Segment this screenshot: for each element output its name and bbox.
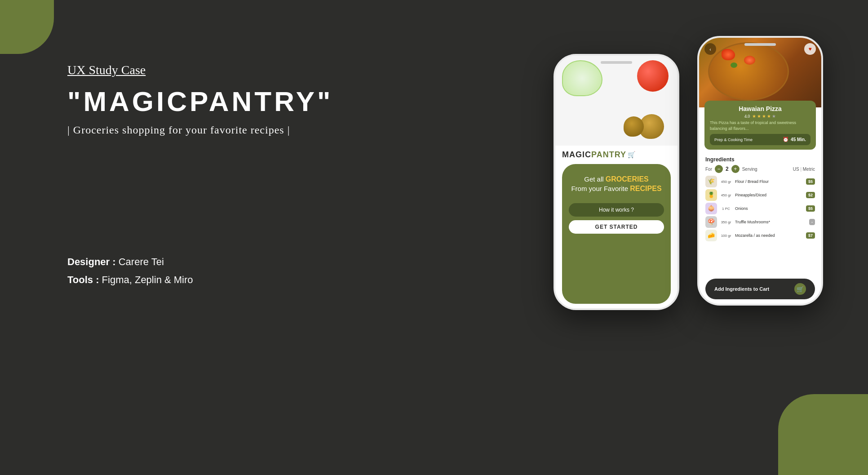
- rating-row: 4.0 ★ ★ ★ ★ ★: [710, 114, 810, 119]
- unit-divider: |: [800, 167, 802, 172]
- prep-cooking-label: Prep & Cooking Time: [714, 138, 753, 142]
- from-text: From your Favorite RECIPES: [569, 185, 664, 193]
- phones-section: MAGICPANTRY 🛒 Get all GROCERIES From you…: [554, 36, 823, 310]
- pizza-image-area: ‹ ♥: [699, 38, 821, 107]
- serving-minus-button[interactable]: −: [715, 165, 723, 173]
- tools-label: Tools :: [67, 274, 99, 285]
- star-4: ★: [767, 114, 771, 119]
- get-started-button[interactable]: GET STARTED: [569, 220, 664, 234]
- mushroom-icon: 🍄: [705, 216, 717, 228]
- flour-icon: 🌾: [705, 176, 717, 187]
- ingredients-title: Ingredients: [705, 156, 815, 163]
- recipe-info-card: Hawaian Pizza 4.0 ★ ★ ★ ★ ★ This Pizza h…: [704, 101, 816, 150]
- tools-name: Figma, Zeplin & Miro: [102, 274, 193, 285]
- unit-us: US: [793, 167, 799, 172]
- phone1-green-section: Get all GROCERIES From your Favorite REC…: [562, 164, 671, 304]
- corner-decoration-br: [778, 394, 868, 475]
- phone1-header-image: [555, 56, 678, 146]
- back-button[interactable]: ‹: [704, 43, 716, 55]
- pineapple-qty: 450 gr: [719, 193, 733, 197]
- ingredient-row-onion: 🧅 1 PC Onions $5: [705, 203, 815, 214]
- favorite-button[interactable]: ♥: [804, 43, 816, 55]
- phone2-frame: ‹ ♥ Hawaian Pizza 4.0 ★ ★ ★ ★ ★ This Piz…: [697, 36, 823, 306]
- flour-qty: 450 gr: [719, 180, 733, 184]
- cart-button-icon: 🛒: [794, 283, 806, 295]
- cooking-time-row: Prep & Cooking Time ⏰ 45 Min.: [710, 134, 810, 145]
- onion-icon: 🧅: [705, 203, 717, 214]
- serving-number: 2: [726, 166, 729, 172]
- star-3: ★: [762, 114, 766, 119]
- pizza-base: [708, 42, 789, 101]
- logo-text: MAGICPANTRY: [562, 150, 626, 160]
- cheese-icon: 🧀: [705, 230, 717, 241]
- ingredients-section: Ingredients For − 2 + Serving US | Metri…: [699, 156, 821, 276]
- phone1-content: MAGICPANTRY 🛒 Get all GROCERIES From you…: [555, 56, 678, 308]
- flour-name: Flour / Bread Flour: [735, 179, 804, 184]
- recipe-description: This Pizza has a taste of tropical and s…: [710, 120, 810, 131]
- flour-price: $5: [806, 178, 815, 185]
- designer-label: Designer :: [67, 256, 116, 267]
- unit-metric: Metric: [803, 167, 815, 172]
- groceries-text: GROCERIES: [606, 175, 649, 183]
- onion-price: $5: [806, 205, 815, 212]
- cheese-name: Mozarella / as needed: [735, 233, 804, 238]
- app-title: "MAGICPANTRY": [67, 86, 328, 117]
- for-label: For: [705, 167, 712, 172]
- logo-area: MAGICPANTRY 🛒: [555, 146, 678, 162]
- mushroom-name: Truffle Mushrooms*: [735, 220, 807, 224]
- phone1-frame: MAGICPANTRY 🛒 Get all GROCERIES From you…: [554, 54, 679, 310]
- pineapple-icon: 🍍: [705, 189, 717, 201]
- cheese-price: $7: [806, 232, 815, 239]
- ux-study-label: UX Study Case: [67, 63, 328, 77]
- onion-qty: 1 PC: [719, 207, 733, 211]
- phone1-notch: [601, 61, 632, 64]
- how-it-works-button[interactable]: How it works ?: [569, 203, 664, 217]
- corner-decoration-tl: [0, 0, 54, 54]
- clock-icon: ⏰: [783, 137, 789, 142]
- recipes-text: RECIPES: [630, 185, 661, 192]
- ingredient-row-pineapple: 🍍 450 gr Pineapples/Diced $2: [705, 189, 815, 201]
- logo-pantry: PANTRY: [591, 150, 626, 159]
- ingredient-row-mushroom: 🍄 350 gr Truffle Mushrooms* -: [705, 216, 815, 228]
- ingredient-row-flour: 🌾 450 gr Flour / Bread Flour $5: [705, 176, 815, 187]
- mushroom-price: -: [809, 219, 815, 225]
- pizza-green-topping: [731, 62, 737, 68]
- pineapple-price: $2: [806, 192, 815, 198]
- pizza-topping-2: [744, 56, 755, 65]
- left-section: UX Study Case "MAGICPANTRY" | Groceries …: [67, 63, 328, 289]
- designer-info: Designer : Carere Tei Tools : Figma, Zep…: [67, 253, 328, 289]
- onion-name: Onions: [735, 206, 804, 211]
- time-value: 45 Min.: [791, 137, 806, 142]
- serving-plus-button[interactable]: +: [731, 165, 740, 173]
- pizza-topping-1: [722, 49, 735, 60]
- star-2: ★: [757, 114, 761, 119]
- phone2-notch: [744, 43, 776, 46]
- serving-row: For − 2 + Serving US | Metric: [705, 165, 815, 173]
- unit-toggle[interactable]: US | Metric: [793, 167, 815, 172]
- rating-number: 4.0: [744, 114, 750, 119]
- star-1: ★: [752, 114, 756, 119]
- serving-label: Serving: [742, 167, 757, 172]
- onion-decoration-2: [624, 116, 644, 137]
- cheese-qty: 100 gr: [719, 234, 733, 238]
- add-cart-label: Add Ingredients to Cart: [714, 286, 769, 292]
- ingredient-row-cheese: 🧀 100 gr Mozarella / as needed $7: [705, 230, 815, 241]
- get-all-text: Get all GROCERIES: [569, 175, 664, 183]
- tomato-decoration: [637, 60, 669, 92]
- app-subtitle: | Groceries shopping for your favorite r…: [67, 124, 328, 136]
- recipe-name: Hawaian Pizza: [710, 105, 810, 112]
- pizza-decoration: [699, 38, 821, 107]
- logo-magic: MAGIC: [562, 150, 591, 159]
- star-5: ★: [772, 114, 776, 119]
- pineapple-name: Pineapples/Diced: [735, 193, 804, 197]
- logo-cart-icon: 🛒: [628, 151, 635, 159]
- mushroom-qty: 350 gr: [719, 220, 733, 224]
- add-to-cart-button[interactable]: Add Ingredients to Cart 🛒: [705, 279, 815, 299]
- designer-name: Carere Tei: [119, 256, 164, 267]
- phone2-content: ‹ ♥ Hawaian Pizza 4.0 ★ ★ ★ ★ ★ This Piz…: [699, 38, 821, 304]
